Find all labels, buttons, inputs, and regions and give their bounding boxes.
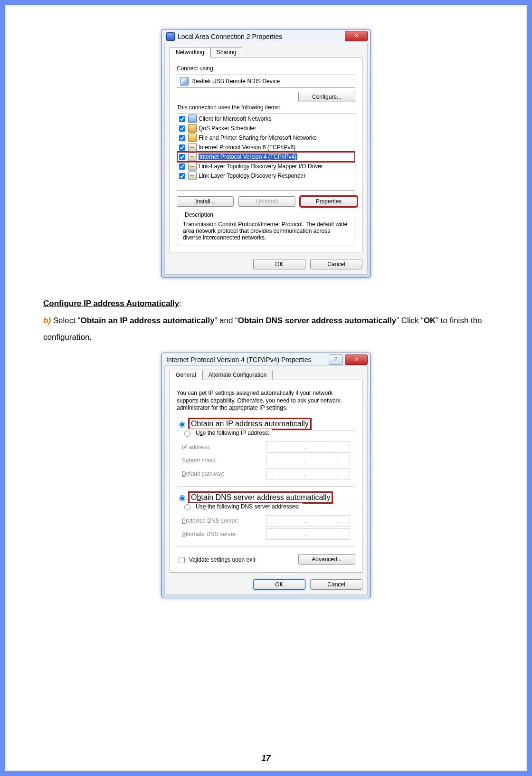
lltd-responder-icon [188,172,197,180]
step-b-tag: b) [43,316,51,325]
list-item-ipv4[interactable]: Internet Protocol Version 4 (TCP/IPv4) [177,152,355,162]
item-checkbox[interactable] [179,154,185,160]
item-checkbox[interactable] [179,163,185,170]
tab-alternate-config[interactable]: Alternate Configuration [202,370,273,380]
subnet-input [266,455,350,466]
instruction-text: Configure IP address Automatically: b) S… [43,295,489,346]
ip-address-row: IP address:IP address: [182,441,350,453]
lan-properties-dialog: Local Area Connection 2 Properties ✕ Net… [161,29,371,278]
ip-address-input [266,441,350,453]
uninstall-button: UninstallUninstall [238,196,295,207]
window-title: Internet Protocol Version 4 (TCP/IPv4) P… [166,356,312,364]
radio-ip-manual[interactable] [184,431,190,437]
description-text: Transmission Control Protocol/Internet P… [183,221,349,241]
uses-items-label: This connection uses the following items… [177,104,355,111]
validate-checkbox-row[interactable]: Validate settings upon exitValidate sett… [177,556,255,565]
radio-use-following-dns[interactable]: Use the following DNS server addresses:U… [180,503,303,510]
adapter-field[interactable]: Realtek USB Remote NDIS Device [177,75,355,88]
window-title: Local Area Connection 2 Properties [178,33,282,40]
connect-using-label: Connect using: [177,65,355,72]
qos-icon [188,124,197,133]
tab-sharing[interactable]: Sharing [210,47,242,57]
radio-obtain-dns-auto[interactable]: Obtain DNS server address automaticallyO… [177,492,355,503]
adapter-icon [180,77,189,86]
list-item[interactable]: Link-Layer Topology Discovery Mapper I/O… [177,162,355,171]
dns-manual-group: Use the following DNS server addresses:U… [177,504,355,547]
validate-checkbox[interactable] [179,557,185,563]
protocol-list[interactable]: Client for Microsoft Networks QoS Packet… [177,114,355,191]
radio-dns-auto[interactable] [179,495,185,501]
item-label: File and Printer Sharing for Microsoft N… [199,134,317,141]
radio-obtain-ip-auto[interactable]: Obtain an IP address automaticallyObtain… [177,419,355,429]
alt-dns-input [266,528,350,540]
adapter-name: Realtek USB Remote NDIS Device [191,78,280,85]
item-label: Link-Layer Topology Discovery Mapper I/O… [199,163,323,170]
info-text: You can get IP settings assigned automat… [177,390,355,412]
subnet-row: Subnet mask:Subnet mask: [182,455,350,466]
lltd-mapper-icon [188,162,197,171]
item-checkbox[interactable] [179,135,185,141]
cancel-button[interactable]: Cancel [310,579,362,590]
item-label: Link-Layer Topology Discovery Responder [199,172,305,179]
gateway-input [266,468,350,479]
install-button[interactable]: IInstall...nstall... [177,196,234,207]
alt-dns-row: Alternate DNS server:Alternate DNS serve… [182,528,350,540]
tab-general[interactable]: General [170,370,202,380]
instruction-heading: Configure IP address Automatically [43,299,179,308]
radio-use-following-ip[interactable]: Use the following IP address:Use the fol… [180,429,272,437]
ip-manual-group: Use the following IP address:Use the fol… [177,430,355,487]
cancel-button[interactable]: Cancel [310,259,362,269]
configure-button[interactable]: Configure... [298,92,355,102]
item-checkbox[interactable] [179,125,185,132]
item-label: Internet Protocol Version 4 (TCP/IPv4) [199,153,297,160]
pref-dns-row: Preferred DNS server:Preferred DNS serve… [182,515,350,527]
network-icon [166,32,175,41]
client-icon [188,115,197,123]
radio-dns-manual[interactable] [184,504,190,510]
ipv6-icon [188,143,197,152]
description-legend: Description [183,211,215,218]
ok-button[interactable]: OK [253,579,305,590]
list-item[interactable]: Internet Protocol Version 6 (TCP/IPv6) [177,143,355,152]
properties-button[interactable]: PropertiesProperties [300,196,357,207]
fileprint-icon [188,134,197,142]
item-checkbox[interactable] [179,173,185,179]
pref-dns-input [266,515,350,527]
item-label: Internet Protocol Version 6 (TCP/IPv6) [199,144,295,151]
item-checkbox[interactable] [179,144,185,151]
titlebar[interactable]: Internet Protocol Version 4 (TCP/IPv4) P… [162,353,370,365]
gateway-row: Default gateway:Default gateway: [182,468,350,479]
close-button[interactable]: ✕ [345,354,368,365]
tab-networking[interactable]: Networking [170,47,210,57]
page-number: 17 [6,754,526,763]
list-item[interactable]: File and Printer Sharing for Microsoft N… [177,133,355,143]
description-box: Description Transmission Control Protoco… [178,211,354,246]
close-button[interactable]: ✕ [345,31,368,41]
item-label: QoS Packet Scheduler [199,125,256,132]
ipv4-properties-dialog: Internet Protocol Version 4 (TCP/IPv4) P… [161,353,371,598]
titlebar[interactable]: Local Area Connection 2 Properties ✕ [162,29,370,43]
ipv4-icon [188,153,197,161]
list-item[interactable]: Client for Microsoft Networks [177,114,355,124]
help-button[interactable]: ? [329,354,343,365]
ok-button[interactable]: OK [253,259,305,269]
radio-ip-auto[interactable] [179,422,185,428]
list-item[interactable]: Link-Layer Topology Discovery Responder [177,171,355,181]
item-label: Client for Microsoft Networks [199,115,271,122]
advanced-button[interactable]: Advanced...Advanced... [298,554,355,565]
item-checkbox[interactable] [179,116,185,122]
list-item[interactable]: QoS Packet Scheduler [177,124,355,133]
